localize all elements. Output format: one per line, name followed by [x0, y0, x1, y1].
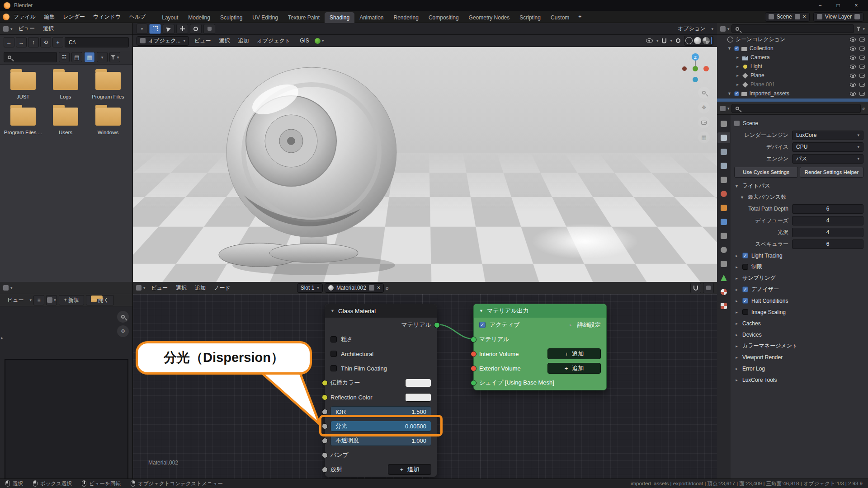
refresh-button[interactable]: ⟲	[40, 37, 51, 47]
menu-item[interactable]: 追加	[191, 282, 210, 294]
number-field[interactable]: 6	[792, 204, 863, 214]
editor-type-icon[interactable]	[720, 106, 726, 111]
render-visibility-icon[interactable]	[859, 38, 865, 42]
add-workspace-button[interactable]: +	[574, 11, 585, 22]
render-visibility-icon[interactable]	[859, 83, 865, 87]
outliner-row[interactable]: ▸ Camera	[717, 53, 868, 62]
slider-field[interactable]: 分光 0.00500	[330, 421, 431, 432]
collection-checkbox[interactable]	[734, 46, 739, 51]
number-field[interactable]: 4	[792, 228, 863, 237]
workspace-tab[interactable]: Geometry Nodes	[464, 12, 515, 23]
workspace-tab[interactable]: Compositing	[424, 12, 464, 23]
properties-tab[interactable]	[717, 160, 730, 171]
editor-type-icon[interactable]	[3, 285, 9, 291]
zoom-icon[interactable]	[698, 87, 710, 99]
mode-selector[interactable]: オブジェク... ▾	[137, 36, 189, 46]
outliner-row[interactable]: ▸ Plane.001	[717, 80, 868, 89]
options-menu[interactable]: オプション	[674, 23, 709, 34]
expand-icon[interactable]: ▼	[727, 91, 732, 96]
max-bounces-header[interactable]: ▼ 最大バウンス数	[734, 192, 863, 203]
material-input-socket[interactable]	[471, 337, 476, 343]
eye-visibility-icon[interactable]	[850, 65, 856, 69]
globe-icon[interactable]	[315, 38, 321, 44]
outliner-search-input[interactable]	[731, 24, 854, 33]
expand-icon[interactable]: ▸	[735, 64, 740, 69]
eye-visibility-icon[interactable]	[850, 47, 856, 51]
menu-item[interactable]: 編集	[40, 11, 59, 23]
view-layer-selector[interactable]: View Layer	[813, 12, 863, 22]
outliner-row[interactable]: ▼ Collection	[717, 44, 868, 53]
properties-section[interactable]: ▸ デノイザー	[734, 284, 863, 295]
material-output-socket[interactable]	[434, 322, 440, 328]
node-header[interactable]: ▼ Glass Material	[325, 304, 437, 318]
option-checkbox[interactable]	[330, 336, 337, 343]
render-visibility-icon[interactable]	[859, 47, 865, 51]
bump-socket[interactable]	[322, 452, 328, 458]
back-button[interactable]: ←	[4, 37, 14, 47]
color-swatch[interactable]	[405, 379, 431, 387]
expand-icon[interactable]: ▸	[734, 310, 739, 314]
expand-icon[interactable]: ▸	[734, 333, 739, 337]
folder-item[interactable]: Logs	[44, 72, 87, 99]
select-box-tool[interactable]	[149, 24, 161, 34]
wireframe-shading-button[interactable]	[685, 37, 693, 44]
expand-icon[interactable]: ▸	[734, 287, 739, 292]
section-checkbox[interactable]	[742, 286, 748, 292]
properties-tab[interactable]	[717, 230, 730, 241]
menu-item[interactable]: 選択	[172, 282, 191, 294]
properties-tab[interactable]	[717, 244, 730, 255]
properties-section[interactable]: ▸ Caches	[734, 318, 863, 329]
material-name-field[interactable]: Material.002 ×	[325, 283, 384, 293]
eye-visibility-icon[interactable]	[850, 83, 856, 87]
section-checkbox[interactable]	[742, 253, 748, 258]
forward-button[interactable]: →	[16, 37, 27, 47]
option-checkbox[interactable]	[330, 365, 337, 371]
node-header[interactable]: ▼ マテリアル出力	[474, 304, 606, 318]
solid-shading-button[interactable]	[694, 37, 701, 44]
render-visibility-icon[interactable]	[859, 65, 865, 69]
pin-icon[interactable]: ⌀	[863, 106, 865, 111]
properties-tab[interactable]	[717, 272, 730, 283]
editor-type-icon[interactable]	[3, 26, 9, 32]
emission-socket[interactable]	[322, 467, 328, 473]
expand-icon[interactable]: ▸	[735, 73, 740, 78]
editor-type-icon[interactable]	[720, 26, 726, 32]
properties-tab[interactable]	[717, 188, 730, 199]
expand-icon[interactable]: ▸	[734, 253, 739, 258]
gis-menu[interactable]: GIS	[296, 36, 313, 46]
viewport-canvas[interactable]: Z ✥ ▦	[133, 47, 717, 282]
menu-item[interactable]: ファイル	[9, 11, 40, 23]
slider-field[interactable]: 不透明度 1.000	[330, 435, 431, 446]
properties-section[interactable]: ▸ Halt Conditions	[734, 295, 863, 306]
selected-row-partial[interactable]	[717, 99, 868, 102]
folder-item[interactable]: Program Files	[87, 72, 129, 99]
active-checkbox[interactable]	[479, 322, 486, 328]
section-checkbox[interactable]	[742, 309, 748, 315]
rotate-tool[interactable]	[190, 24, 202, 34]
path-field[interactable]: C:\	[65, 37, 129, 47]
properties-section[interactable]: ▸ Error Log	[734, 363, 863, 374]
workspace-tab[interactable]: Texture Paint	[283, 12, 325, 23]
properties-tab[interactable]	[717, 146, 730, 157]
section-checkbox[interactable]	[742, 264, 748, 270]
collapse-icon[interactable]: ▼	[479, 309, 484, 313]
navigation-gizmo[interactable]: Z	[679, 52, 712, 84]
menu-item[interactable]: 選択	[39, 23, 58, 34]
filter-button[interactable]: ▾	[109, 52, 120, 62]
eye-visibility-icon[interactable]	[850, 74, 856, 78]
volume-add-button[interactable]: + 追加	[547, 348, 601, 359]
snap-node-icon[interactable]	[690, 283, 701, 293]
color-swatch[interactable]	[405, 393, 431, 402]
material-output-node[interactable]: ▼ マテリアル出力 アクティブ ▸ 詳細設定 マテリアル Inter	[473, 304, 607, 390]
browse-image-button[interactable]: ▾	[46, 295, 57, 305]
eye-visibility-icon[interactable]	[850, 56, 856, 60]
workspace-tab[interactable]: Custom	[546, 12, 574, 23]
view-thumbnail-button[interactable]: ▦	[84, 52, 95, 62]
workspace-tab[interactable]: Shading	[325, 12, 354, 23]
menu-item[interactable]: ビュー	[190, 35, 215, 47]
number-field[interactable]: 4	[792, 216, 863, 225]
properties-search-input[interactable]	[731, 104, 861, 113]
menu-item[interactable]: 選択	[215, 35, 234, 47]
display-settings-button[interactable]: ▾	[97, 52, 108, 62]
properties-tab[interactable]	[717, 202, 730, 213]
